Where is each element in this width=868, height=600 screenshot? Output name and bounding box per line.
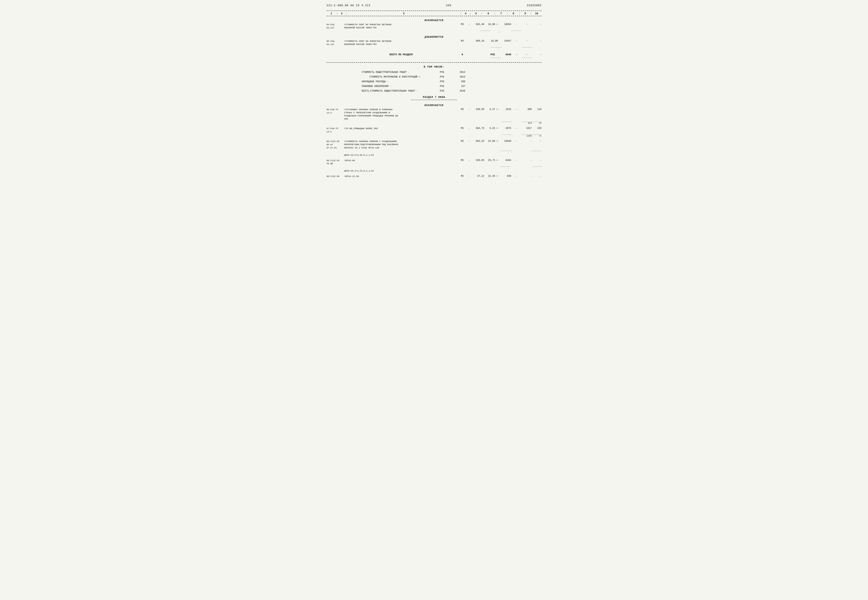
section-isklyuchaetsya-2: ИСКЛЮЧАЕТСЯ bbox=[327, 104, 541, 107]
row-84-c10: - bbox=[532, 23, 541, 26]
row-86-total: 1524 bbox=[500, 108, 511, 111]
vtc-row-2: СТОИМОСТЬ МАТЕРИАЛОВ И КОНСТРУКЦИЙ = РУБ… bbox=[362, 74, 541, 79]
row-86-c8: - - bbox=[511, 108, 522, 111]
row-90-unit: М2 bbox=[459, 175, 466, 177]
row-89-qty: 320,95 bbox=[472, 159, 486, 162]
vtc-row-5: ВСЕГО,СТОИМОСТЬ ОБЩЕСТРОИТЕЛЬНЫХ РАБОТ -… bbox=[362, 89, 541, 93]
col-header-9: 9 bbox=[520, 12, 530, 15]
row-87-id: 87.Е10-7513-4 bbox=[327, 127, 344, 133]
total-value: 4546 bbox=[500, 53, 511, 56]
row-89-c10: - bbox=[532, 159, 541, 162]
page: 221-1-480.86 АА IX Ч.III 345 31025003 1 … bbox=[327, 4, 541, 178]
row-88-c10: - bbox=[532, 140, 541, 142]
row-87-total: 2875 bbox=[500, 127, 511, 130]
row-90-qty: 37,12 bbox=[472, 175, 486, 177]
vtc-row-1: СТОИМОСТЬ ОБЩЕСТРОИТЕЛЬНЫХ РАБОТ - РУБ 3… bbox=[362, 70, 541, 74]
col-header-4: 4 bbox=[462, 12, 470, 15]
row-85-c10: - bbox=[532, 39, 541, 42]
row-85-price: 16,00 bbox=[486, 39, 500, 42]
row-85-desc: =СТОИМОСТЬ ПЛИТ ИЗ ЯЧЕИСТЫХ БЕТОНОВОБЪЕМ… bbox=[344, 39, 459, 46]
row-84-c8: - bbox=[511, 23, 522, 26]
row-84: 84.ССЦП3-147 =СТОИМОСТЬ ПЛИТ ИЗ ЯЧЕИСТЫХ… bbox=[327, 23, 541, 29]
header-left: 221-1-480.86 АА IX Ч.III bbox=[327, 4, 371, 7]
v-tom-chisle-block: СТОИМОСТЬ ОБЩЕСТРОИТЕЛЬНЫХ РАБОТ - РУБ 3… bbox=[362, 70, 541, 93]
vtc-unit-5: РУБ bbox=[440, 89, 450, 93]
row-87: 87.Е10-7513-4 =ТО ЖЕ,ПЛОЩАДЬЮ БОЛЕЕ 2М2 … bbox=[327, 127, 541, 133]
total-dashed-c10 bbox=[522, 58, 532, 58]
razdel-7-title: РАЗДЕЛ 7 ОКНА bbox=[327, 96, 541, 98]
row-89-sub-dashed-c8 bbox=[500, 167, 511, 167]
row-90-c9: - bbox=[522, 175, 532, 177]
row-89-c9: - bbox=[522, 159, 532, 162]
row-87-qty: 884,76 bbox=[472, 127, 486, 130]
total-c10: - bbox=[532, 53, 541, 56]
row-84-desc: =СТОИМОСТЬ ПЛИТ ИЗ ЯЧЕИСТЫХ БЕТОНОВОБЪЕМ… bbox=[344, 23, 459, 29]
row-86-sub: 624 34 bbox=[327, 122, 541, 124]
row-84-dash: - bbox=[466, 23, 472, 26]
row-88-sub-dashed-c8 bbox=[500, 151, 511, 151]
row-89-id: 89.С122-54ТО ЖЕ bbox=[327, 159, 344, 165]
row-87-dash: - bbox=[466, 127, 472, 130]
row-86-qty: 340,95 bbox=[472, 108, 486, 111]
row-87-c9: 1017 bbox=[522, 127, 532, 130]
vtc-row-4: ПЛАНОВЫЕ НАКОПЛЕНИЯ - РУБ 337 bbox=[362, 84, 541, 89]
row-90-id: 90.С122-56 bbox=[327, 175, 344, 178]
row-85-id: 85.ССЦП3-147 bbox=[327, 39, 344, 46]
row-84-price: 16,00 = bbox=[486, 23, 500, 26]
col-header-7: 7 bbox=[496, 12, 506, 15]
row-86-dash: - bbox=[466, 108, 472, 111]
row-88-price-note: ЦЕНА:23,5+3,68,0,1,1,02 bbox=[344, 154, 541, 156]
row-90-c10: - bbox=[532, 175, 541, 177]
row-90-desc: =ОР18-13,58 bbox=[344, 175, 459, 178]
total-unit: РУБ bbox=[486, 53, 500, 56]
vtc-label-4: ПЛАНОВЫЕ НАКОПЛЕНИЯ - bbox=[362, 84, 436, 89]
row-85-unit: М3 bbox=[459, 39, 466, 42]
total-dashed-c8 bbox=[491, 58, 502, 58]
vtc-label-5: ВСЕГО,СТОИМОСТЬ ОБЩЕСТРОИТЕЛЬНЫХ РАБОТ - bbox=[362, 89, 436, 93]
vtc-value-3: 596 bbox=[454, 79, 465, 84]
row-89-unit: М2 bbox=[459, 159, 466, 162]
row-87-price: 3,25 = bbox=[486, 127, 500, 130]
row-90: 90.С122-56 =ОР18-13,58 М2 - 37,12 22,36 … bbox=[327, 175, 541, 178]
vtc-unit-2: РУБ bbox=[440, 74, 450, 79]
row-85-total: 14547 bbox=[500, 39, 511, 42]
col-header-2: 2 bbox=[338, 12, 346, 15]
row-88-id: 88.С122-55ПР-НТ07-27-01 bbox=[327, 140, 344, 150]
row-89: 89.С122-54ТО ЖЕ =ОР18-96 М2 - 320,95 25,… bbox=[327, 159, 541, 165]
row-88-c8: - bbox=[511, 140, 522, 142]
total-c9: - bbox=[522, 53, 532, 56]
top-divider bbox=[327, 11, 541, 11]
column-headers: 1 : 2 : 3 : 4 : 5 : 6 : 7 : 8 : 9 : 10 bbox=[327, 11, 541, 16]
row-84-dot: - bbox=[344, 31, 541, 33]
row-86-c9: 508 bbox=[522, 108, 532, 111]
vtc-unit-3: РУБ bbox=[440, 79, 450, 84]
row-90-price: 22,36 = bbox=[486, 175, 500, 177]
row-84-unit: М3 bbox=[459, 23, 466, 26]
row-87-unit: М2 bbox=[459, 127, 466, 130]
row-88-price: 23,88 = bbox=[486, 140, 500, 142]
row-85: 85.ССЦП3-147 =СТОИМОСТЬ ПЛИТ ИЗ ЯЧЕИСТЫХ… bbox=[327, 39, 541, 46]
mid-divider bbox=[327, 62, 541, 63]
row-90-dash: - bbox=[466, 175, 472, 177]
section-isklyuchaetsya-1: ИСКЛЮЧАЕТСЯ bbox=[327, 19, 541, 22]
row-90-c8: - bbox=[511, 175, 522, 177]
row-85-dot: - bbox=[344, 47, 541, 50]
row-85-c8: - bbox=[511, 39, 522, 42]
vtc-unit-4: РУБ bbox=[440, 84, 450, 89]
row-88-dash: - bbox=[466, 140, 472, 142]
row-88-c9: - bbox=[522, 140, 532, 142]
section-dobavlyaetsya-1: ДОБАВЛЯЕТСЯ bbox=[327, 36, 541, 38]
header: 221-1-480.86 АА IX Ч.III 345 31025003 bbox=[327, 4, 541, 7]
row-89-desc: =ОР18-96 bbox=[344, 159, 459, 162]
row-87-sub: 1256 71 bbox=[327, 135, 541, 137]
vtc-unit-1: РУБ bbox=[440, 70, 450, 74]
row-88-total: 15840 bbox=[500, 140, 511, 142]
col-header-8: 8 bbox=[508, 12, 519, 15]
row-89-dash: - bbox=[466, 159, 472, 162]
row-89-sub-dashed-c10 bbox=[532, 167, 541, 167]
row-90-total: 830 bbox=[500, 175, 511, 177]
header-right: 31025003 bbox=[527, 4, 541, 7]
vtc-value-2: 3613 bbox=[454, 74, 465, 79]
total-label: ВСЕГО ПО РАЗДЕЛУ bbox=[344, 53, 459, 56]
row-86-id: 86.Е10-7413-3 bbox=[327, 108, 344, 114]
